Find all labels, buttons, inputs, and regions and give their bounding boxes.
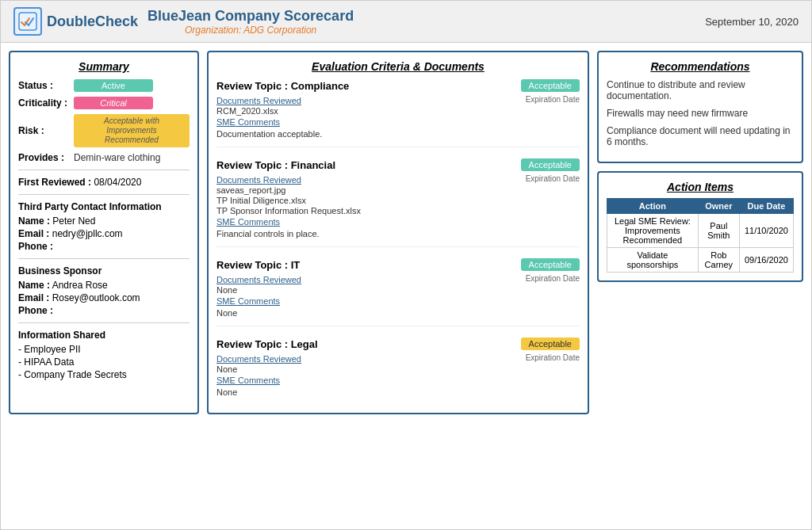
list-item: - Company Trade Secrets <box>18 369 190 380</box>
tp-heading: Third Party Contact Information <box>18 201 190 212</box>
financial-header: Review Topic : Financial Acceptable <box>216 158 580 171</box>
tp-email-value: nedry@jpllc.com <box>52 228 123 239</box>
table-row: Validate sponsorships Rob Carney 09/16/2… <box>607 248 794 273</box>
divider-1 <box>18 170 190 170</box>
criticality-label: Criticality : <box>18 97 74 109</box>
list-item: - HIPAA Data <box>18 357 190 368</box>
legal-sme-link[interactable]: SME Comments <box>216 376 280 385</box>
financial-title: Review Topic : Financial <box>216 159 335 171</box>
financial-file-1: saveas_report.jpg <box>216 185 526 195</box>
logo: DoubleCheck <box>13 7 138 36</box>
bs-heading: Business Sponsor <box>18 265 190 276</box>
it-meta: Documents Reviewed None SME Comments Non… <box>216 274 580 318</box>
doublecheck-icon <box>18 12 37 31</box>
financial-sme-link[interactable]: SME Comments <box>216 217 280 227</box>
logo-text: DoubleCheck <box>47 13 138 30</box>
legal-header: Review Topic : Legal Acceptable <box>216 337 580 350</box>
evaluation-title: Evaluation Criteria & Documents <box>216 60 580 73</box>
action-cell-1: Legal SME Review: Improvements Recommend… <box>607 214 699 248</box>
it-sme-link[interactable]: SME Comments <box>216 296 280 306</box>
review-topic-financial: Review Topic : Financial Acceptable Docu… <box>216 158 580 247</box>
tp-phone-label: Phone : <box>18 241 53 252</box>
table-header-row: Action Owner Due Date <box>607 199 794 214</box>
provides-row: Provides : Demin-ware clothing <box>18 152 190 163</box>
owner-cell-2: Rob Carney <box>698 248 739 273</box>
compliance-left: Documents Reviewed RCM_2020.xlsx SME Com… <box>216 95 526 139</box>
summary-panel: Summary Status : Active Criticality : Cr… <box>9 51 199 414</box>
compliance-title: Review Topic : Compliance <box>216 80 349 92</box>
col-action: Action <box>607 199 699 214</box>
evaluation-panel: Evaluation Criteria & Documents Review T… <box>207 51 589 414</box>
tp-email-row: Email : nedry@jpllc.com <box>18 228 190 239</box>
due-date-cell-1: 11/10/2020 <box>739 214 793 248</box>
financial-file-2: TP Initial Diligence.xlsx <box>216 196 526 205</box>
action-items-title: Action Items <box>607 181 794 193</box>
list-item: - Employee PII <box>18 344 190 355</box>
bs-phone-row: Phone : <box>18 305 190 316</box>
legal-comment: None <box>216 387 526 397</box>
bs-email-value: Rosey@outlook.com <box>52 292 140 303</box>
col-owner: Owner <box>698 199 739 214</box>
compliance-file-1: RCM_2020.xlsx <box>216 106 526 116</box>
review-topic-it: Review Topic : IT Acceptable Documents R… <box>216 258 580 326</box>
financial-comment: Financial controls in place. <box>216 229 526 238</box>
it-right: Expiration Date <box>526 274 580 318</box>
action-cell-2: Validate sponsorships <box>607 248 699 273</box>
legal-title: Review Topic : Legal <box>216 338 318 350</box>
table-row: Legal SME Review: Improvements Recommend… <box>607 214 794 248</box>
due-date-cell-2: 09/16/2020 <box>739 248 793 273</box>
bs-name-row: Name : Andrea Rose <box>18 280 190 291</box>
bs-phone-label: Phone : <box>18 305 53 316</box>
compliance-header: Review Topic : Compliance Acceptable <box>216 79 580 92</box>
rec-item-1: Continue to distribute and review docume… <box>607 79 794 101</box>
legal-meta: Documents Reviewed None SME Comments Non… <box>216 353 580 397</box>
divider-2 <box>18 194 190 195</box>
status-badge: Active <box>74 79 153 92</box>
tp-phone-row: Phone : <box>18 241 190 252</box>
criticality-badge: Critical <box>74 97 153 109</box>
review-topic-compliance: Review Topic : Compliance Acceptable Doc… <box>216 79 580 147</box>
info-shared-list: - Employee PII - HIPAA Data - Company Tr… <box>18 344 190 380</box>
action-items-panel: Action Items Action Owner Due Date Legal… <box>597 171 803 282</box>
it-files-none: None <box>216 285 526 295</box>
bs-email-row: Email : Rosey@outlook.com <box>18 292 190 303</box>
it-comment: None <box>216 308 526 318</box>
compliance-docs-link[interactable]: Documents Reviewed <box>216 96 301 105</box>
recommendations-title: Recommendations <box>607 60 794 73</box>
provides-value: Demin-ware clothing <box>74 152 160 163</box>
header-org: Organization: ADG Corporation <box>147 25 354 36</box>
bs-name-value: Andrea Rose <box>52 280 108 291</box>
compliance-meta: Documents Reviewed RCM_2020.xlsx SME Com… <box>216 95 580 139</box>
header-date: September 10, 2020 <box>705 16 799 28</box>
first-reviewed-row: First Reviewed : 08/04/2020 <box>18 177 190 188</box>
header-left: DoubleCheck BlueJean Company Scorecard O… <box>13 7 354 36</box>
info-shared-heading: Information Shared <box>18 330 190 341</box>
financial-right: Expiration Date <box>526 174 580 238</box>
legal-docs-link[interactable]: Documents Reviewed <box>216 354 301 364</box>
legal-files-none: None <box>216 364 526 374</box>
rec-item-3: Compliance document will need updating i… <box>607 125 794 147</box>
financial-file-3: TP Sponsor Information Request.xlsx <box>216 206 526 215</box>
compliance-sme-link[interactable]: SME Comments <box>216 117 280 127</box>
first-reviewed-label: First Reviewed : <box>18 177 91 188</box>
owner-cell-1: Paul Smith <box>698 214 739 248</box>
status-label: Status : <box>18 80 74 91</box>
criticality-row: Criticality : Critical <box>18 97 190 109</box>
recommendations-panel: Recommendations Continue to distribute a… <box>597 51 803 163</box>
col-due-date: Due Date <box>739 199 793 214</box>
it-left: Documents Reviewed None SME Comments Non… <box>216 274 526 318</box>
compliance-right: Expiration Date <box>526 95 580 139</box>
compliance-badge: Acceptable <box>521 79 580 92</box>
it-badge: Acceptable <box>521 258 580 271</box>
risk-label: Risk : <box>18 125 74 136</box>
it-expiration: Expiration Date <box>526 274 580 283</box>
action-table: Action Owner Due Date Legal SME Review: … <box>607 198 794 273</box>
it-docs-link[interactable]: Documents Reviewed <box>216 275 301 284</box>
compliance-expiration: Expiration Date <box>526 95 580 104</box>
header-title: BlueJean Company Scorecard <box>147 8 354 25</box>
it-title: Review Topic : IT <box>216 259 300 271</box>
financial-docs-link[interactable]: Documents Reviewed <box>216 175 301 185</box>
first-reviewed-value: 08/04/2020 <box>94 177 141 188</box>
legal-expiration: Expiration Date <box>526 353 580 362</box>
compliance-comment: Documentation acceptable. <box>216 129 526 139</box>
